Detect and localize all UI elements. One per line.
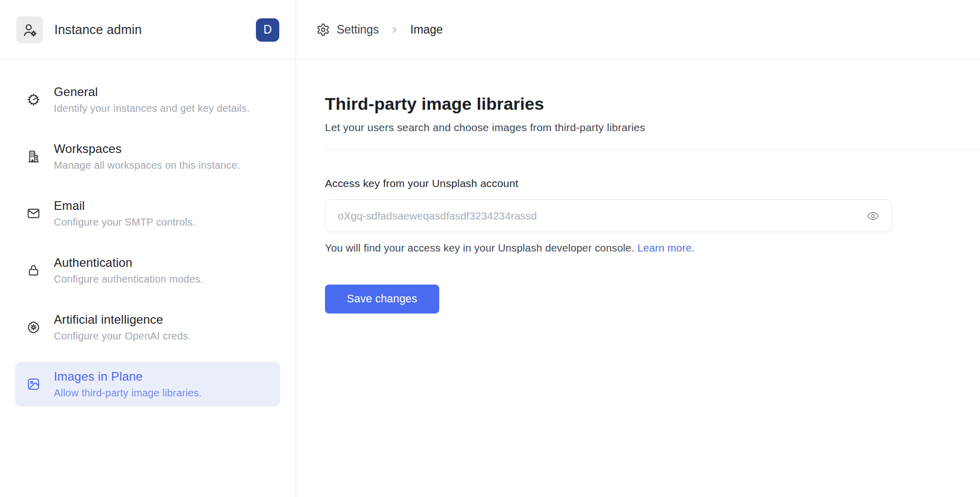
sidebar-item-workspaces[interactable]: Workspaces Manage all workspaces on this…	[15, 134, 280, 179]
sidebar-item-label: Authentication	[54, 256, 203, 270]
sidebar-item-description: Manage all workspaces on this instance.	[54, 160, 240, 171]
toggle-visibility-button[interactable]	[864, 207, 882, 225]
access-key-field-block: Access key from your Unsplash account Yo…	[325, 177, 980, 314]
main-header: Settings Image	[296, 0, 980, 60]
eye-icon	[866, 209, 880, 223]
user-cog-icon	[22, 22, 38, 38]
lock-icon	[26, 263, 41, 277]
sidebar-item-images-in-plane[interactable]: Images in Plane Allow third-party image …	[15, 362, 280, 407]
sidebar-item-label: Workspaces	[54, 142, 240, 156]
sidebar-title: Instance admin	[54, 22, 142, 37]
building-icon	[26, 149, 41, 164]
helper-text-body: You will find your access key in your Un…	[325, 242, 634, 254]
image-icon	[26, 377, 41, 391]
sidebar-item-description: Identify your instances and get key deta…	[54, 103, 250, 114]
sidebar-item-text: General Identify your instances and get …	[54, 85, 250, 114]
sidebar-item-label: Email	[54, 199, 195, 213]
sidebar: Instance admin D General Identify your i…	[0, 0, 296, 497]
sidebar-item-description: Configure your SMTP controls.	[54, 216, 195, 228]
save-changes-button[interactable]: Save changes	[325, 285, 439, 314]
instance-admin-logo-button[interactable]	[16, 16, 43, 43]
sidebar-item-label: Artificial intelligence	[54, 313, 191, 327]
sidebar-item-general[interactable]: General Identify your instances and get …	[15, 77, 280, 122]
settings-content: Third-party image libraries Let your use…	[296, 60, 980, 497]
learn-more-link[interactable]: Learn more.	[637, 242, 695, 254]
sidebar-item-description: Configure your OpenAI creds.	[54, 330, 191, 342]
sidebar-header: Instance admin D	[0, 0, 296, 60]
sidebar-item-authentication[interactable]: Authentication Configure authentication …	[15, 248, 280, 293]
main-area: Settings Image Third-party image librari…	[296, 0, 980, 497]
mail-icon	[26, 206, 41, 221]
access-key-input-wrap	[325, 199, 892, 232]
sidebar-item-label: General	[54, 85, 250, 99]
settings-gear-icon	[316, 23, 330, 37]
sidebar-item-description: Configure authentication modes.	[54, 273, 203, 285]
gear-gauge-icon	[26, 92, 41, 107]
sidebar-item-text: Authentication Configure authentication …	[54, 256, 203, 285]
breadcrumb: Settings Image	[316, 23, 443, 37]
ai-cog-icon	[26, 320, 41, 334]
access-key-input[interactable]	[325, 199, 892, 232]
breadcrumb-settings-link[interactable]: Settings	[337, 23, 379, 37]
sidebar-item-text: Email Configure your SMTP controls.	[54, 199, 195, 228]
chevron-right-icon	[389, 25, 400, 35]
sidebar-item-description: Allow third-party image libraries.	[54, 387, 202, 399]
page-subtitle: Let your users search and choose images …	[325, 121, 980, 134]
sidebar-item-email[interactable]: Email Configure your SMTP controls.	[15, 191, 280, 236]
sidebar-item-artificial-intelligence[interactable]: Artificial intelligence Configure your O…	[15, 305, 280, 350]
helper-text: You will find your access key in your Un…	[325, 242, 980, 254]
access-key-label: Access key from your Unsplash account	[325, 177, 980, 190]
page-title: Third-party image libraries	[325, 94, 980, 114]
avatar[interactable]: D	[256, 18, 279, 42]
sidebar-item-text: Artificial intelligence Configure your O…	[54, 313, 191, 342]
breadcrumb-current-page: Image	[410, 23, 443, 37]
section-divider	[325, 149, 980, 150]
sidebar-nav: General Identify your instances and get …	[0, 60, 296, 407]
sidebar-item-label: Images in Plane	[54, 369, 202, 384]
sidebar-item-text: Images in Plane Allow third-party image …	[54, 369, 202, 399]
sidebar-item-text: Workspaces Manage all workspaces on this…	[54, 142, 240, 171]
